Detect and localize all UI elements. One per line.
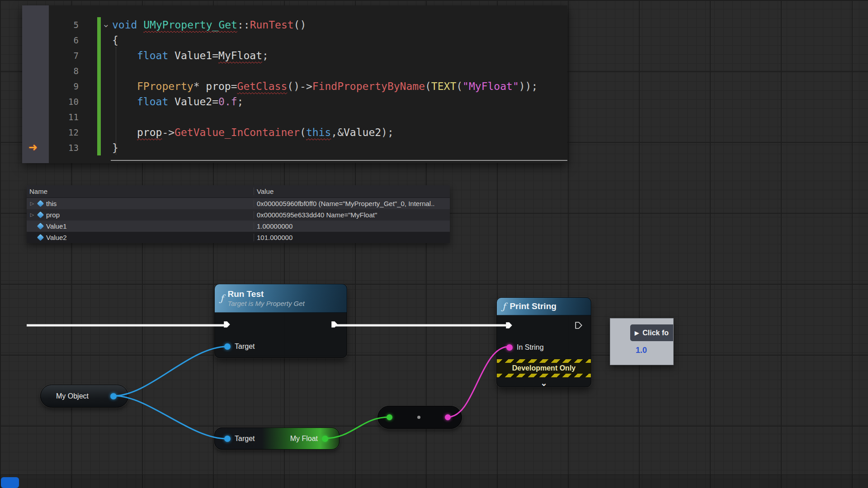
tooltip-hint-band[interactable]: ▶ Click fo — [630, 324, 674, 341]
variable-value: 101.000000 — [254, 234, 450, 241]
node-header: ƒ Run Test Target is My Property Get — [215, 284, 347, 313]
code-token: prop — [206, 80, 231, 92]
hazard-stripe — [497, 359, 591, 363]
expand-arrow-icon[interactable]: ▷ — [29, 212, 35, 218]
code-token: Value1 — [175, 50, 212, 61]
code-token: = — [231, 80, 237, 92]
watch-header: Name Value — [27, 185, 450, 198]
node-subtitle: Target is My Property Get — [227, 300, 304, 307]
line-number: 8 — [49, 63, 94, 79]
code-editor[interactable]: ➜ 5 ⌄void UMyProperty_Get::RunTest() 6 {… — [22, 5, 567, 163]
watch-row[interactable]: ▷ this 0x000005960fbf0ff0 (Name="MyPrope… — [27, 198, 450, 209]
code-line: 12 prop->GetValue_InContainer(this,&Valu… — [22, 125, 567, 140]
node-run-test[interactable]: ƒ Run Test Target is My Property Get Tar… — [214, 284, 347, 358]
code-token: () — [294, 19, 307, 31]
code-token: = — [212, 50, 218, 61]
target-input-pin[interactable] — [224, 343, 231, 350]
line-number: 7 — [49, 48, 94, 63]
string-output-pin[interactable] — [445, 414, 451, 420]
code-token: TEXT — [431, 80, 456, 92]
column-header-name[interactable]: Name — [27, 188, 254, 195]
exec-in-pin[interactable] — [505, 321, 513, 331]
node-my-object[interactable]: My Object — [40, 385, 128, 408]
reroute-dot — [417, 416, 420, 419]
code-token: ( — [425, 80, 431, 92]
node-print-string[interactable]: ƒ Print String In String Development Onl… — [496, 297, 591, 387]
line-number: 10 — [49, 94, 94, 109]
code-token: Value2 — [344, 127, 381, 138]
code-token: ); — [381, 127, 394, 138]
node-label: My Object — [56, 392, 89, 400]
code-token: ; — [262, 50, 269, 61]
node-collapse-chevron-icon[interactable]: ⌄ — [497, 377, 591, 387]
code-token: ,& — [331, 127, 344, 138]
data-wire-blue — [114, 396, 227, 439]
tooltip-hint-text: Click fo — [642, 329, 669, 337]
pin-label: In String — [517, 343, 544, 352]
exec-out-pin[interactable] — [575, 321, 583, 331]
code-token: ; — [237, 96, 244, 108]
object-output-pin[interactable] — [110, 393, 117, 399]
node-float-to-string-conversion[interactable] — [377, 406, 462, 429]
collapse-chevron-icon[interactable]: ⌄ — [102, 16, 110, 32]
node-title: Run Test — [227, 289, 304, 299]
code-token: prop — [137, 127, 162, 138]
code-line: 6 { — [22, 33, 567, 48]
node-get-my-float[interactable]: Target My Float — [214, 427, 340, 450]
float-output-pin[interactable] — [322, 436, 328, 442]
editor-scroll-rule[interactable] — [111, 160, 567, 161]
variable-value: 1.00000000 — [254, 222, 450, 230]
watch-window[interactable]: Name Value ▷ this 0x000005960fbf0ff0 (Na… — [27, 185, 450, 243]
code-token: 0.f — [218, 96, 237, 108]
pin-label: Target — [235, 343, 255, 351]
code-token: ( — [300, 127, 306, 138]
line-number: 13 — [49, 140, 94, 155]
exec-out-pin[interactable] — [330, 320, 339, 330]
expand-arrow-icon[interactable]: ▷ — [29, 201, 35, 206]
watch-row[interactable]: ▷ prop 0x00000595e633dd40 Name="MyFloat" — [27, 209, 450, 221]
blueprint-graph-canvas[interactable]: ƒ Run Test Target is My Property Get Tar… — [0, 0, 868, 488]
code-line: 5 ⌄void UMyProperty_Get::RunTest() — [22, 17, 567, 33]
variable-name: Value2 — [46, 234, 67, 241]
code-line: 10 float Value2=0.f; — [22, 94, 567, 109]
code-token: FProperty — [137, 80, 193, 92]
code-token: GetClass — [237, 80, 288, 92]
code-line: 8 — [22, 63, 567, 79]
code-line: 7 float Value1=MyFloat; — [22, 48, 567, 63]
code-token: RunTest — [250, 19, 294, 31]
code-token: GetValue_InContainer — [175, 127, 300, 138]
node-header: ƒ Print String — [497, 298, 591, 315]
variable-icon — [37, 211, 44, 219]
partial-node-blue[interactable] — [1, 477, 19, 488]
target-input-pin[interactable] — [224, 436, 231, 442]
code-token: void — [112, 19, 143, 31]
data-wire-blue — [114, 347, 227, 396]
code-token: -> — [162, 127, 175, 138]
in-string-input-pin[interactable] — [506, 344, 513, 351]
code-token: = — [212, 96, 218, 108]
code-token: this — [306, 127, 331, 138]
function-icon: ƒ — [220, 293, 223, 304]
function-icon: ƒ — [502, 301, 505, 312]
code-token: UMyProperty_Get — [143, 19, 237, 31]
float-input-pin[interactable] — [387, 414, 392, 420]
code-token: ( — [456, 80, 462, 92]
watch-row[interactable]: Value2 101.000000 — [27, 232, 450, 243]
canvas-bottom-strip — [0, 475, 868, 488]
variable-icon — [37, 234, 44, 241]
code-token: float — [137, 96, 175, 108]
code-token: :: — [237, 19, 250, 31]
pin-label: Target — [235, 435, 255, 443]
exec-in-pin[interactable] — [223, 320, 231, 330]
column-header-value[interactable]: Value — [254, 188, 450, 195]
pin-label: My Float — [290, 435, 318, 443]
line-number: 12 — [49, 125, 94, 140]
variable-name: this — [46, 200, 57, 207]
watch-row[interactable]: Value1 1.00000000 — [27, 221, 450, 232]
variable-value: 0x00000595e633dd40 Name="MyFloat" — [254, 211, 450, 219]
breakpoint-margin[interactable] — [22, 5, 49, 163]
variable-value: 0x000005960fbf0ff0 (Name="MyProperty_Get… — [254, 200, 450, 207]
debug-value-tooltip[interactable]: ▶ Click fo 1.0 — [610, 318, 674, 365]
variable-icon — [37, 200, 44, 207]
variable-name: prop — [46, 211, 60, 219]
